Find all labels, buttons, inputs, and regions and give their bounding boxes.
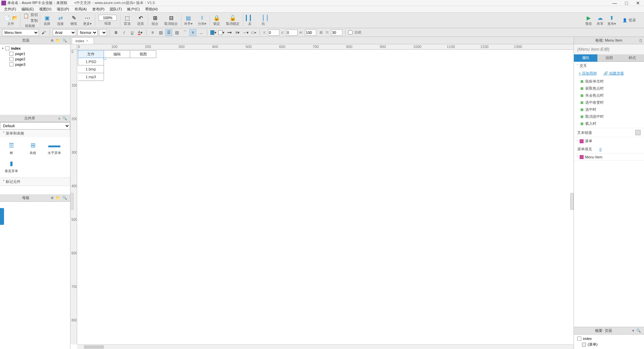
y-input[interactable] [286,30,298,36]
library-select[interactable]: Default [0,122,70,130]
tab-properties[interactable]: 属性 [574,54,597,62]
menu-team[interactable]: 团队(T) [107,6,124,12]
ruler-horizontal[interactable]: 0100200300400500600700800900100011001200… [77,44,574,50]
lock-icon[interactable]: 🔒 [213,14,221,21]
w-input[interactable] [305,30,316,36]
canvas-scrollbar[interactable] [77,344,574,349]
add-case-link[interactable]: + 添加用例 [579,71,597,76]
section-interactions[interactable]: ˅交互 [574,62,644,69]
page-node-index[interactable]: ▾index [0,46,70,51]
line-width-button[interactable]: ━▾ [226,29,233,36]
underline-button[interactable]: U [129,29,136,36]
close-tab-icon[interactable]: × [86,39,88,43]
menu-padding-value[interactable]: 0 [599,147,601,151]
unlock-icon[interactable]: 🔓 [229,14,237,21]
select-icon[interactable]: ▣ [43,14,51,21]
event-失去焦点时[interactable]: 失去焦点时 [574,92,644,99]
menu-arrange[interactable]: 布局(A) [72,6,90,12]
menu-edit[interactable]: 编辑(E) [19,6,37,12]
add-master-icon[interactable]: ⊕ [50,196,55,200]
inspector-menu-icon[interactable]: 🗋 [639,39,643,43]
lib-section-markup[interactable]: ˅ 标记元件 [0,178,70,186]
minimize-button[interactable]: — [612,0,617,6]
master-folder-icon[interactable]: 📁 [55,196,61,200]
corner-button[interactable]: ⬭▾ [250,29,257,36]
close-button[interactable]: ✕ [636,0,640,6]
font-size-select[interactable]: 13 [99,29,107,36]
lock-aspect-icon[interactable]: ⊟ [318,29,324,36]
distribute-icon[interactable]: ⦀ [198,14,206,21]
open-file-icon[interactable]: 📂 [11,14,18,21]
cut-label[interactable]: 剪切 [31,12,38,17]
event-选中改变时[interactable]: 选中改变时 [574,99,644,106]
menu-help[interactable]: 帮助(H) [143,6,160,12]
font-weight-select[interactable]: Normal [77,29,98,36]
canvas[interactable]: 文件 编辑 视图 1.PSD 1.bmp 1.mp3 [77,50,574,344]
tab-index[interactable]: index× [72,37,94,44]
align-center-button[interactable]: ☰ [165,29,172,36]
line-style-button[interactable]: ≡▾ [234,29,241,36]
share-button[interactable]: ☁共享 [596,14,604,26]
align-left-icon[interactable]: ▎▎ [246,14,254,21]
bold-button[interactable]: B [113,29,119,36]
search-icon[interactable]: 🔍 [61,38,68,43]
text-link-button[interactable] [635,130,641,135]
italic-button[interactable]: I [121,29,127,36]
outline-item-index[interactable]: index [574,336,644,341]
event-取消选中时[interactable]: 取消选中时 [574,113,644,120]
back-icon[interactable]: ↶ [137,14,145,21]
menu-widget[interactable]: 文件 编辑 视图 1.PSD 1.bmp 1.mp3 [78,50,156,81]
maximize-button[interactable]: □ [625,0,628,6]
widget-type-select[interactable]: Menu Item [2,29,39,36]
menu-project[interactable]: 项目(P) [54,6,72,12]
lib-item-hmenu[interactable]: ▬▬水平菜单 [44,140,64,157]
tab-style[interactable]: 样式 [621,54,644,62]
login-button[interactable]: 👤登录 [619,17,639,23]
publish-button[interactable]: ⬆发布▾ [607,14,616,26]
page-node-page3[interactable]: page3 [0,62,70,67]
outline-item-menu[interactable]: (菜单) [574,341,644,348]
side-tab-handle[interactable] [0,208,4,225]
menu-account[interactable]: 账户(C) [124,6,142,12]
pen-icon[interactable]: ✎ [70,14,78,21]
zoom-input[interactable] [99,15,117,21]
event-选中时[interactable]: 选中时 [574,106,644,113]
valign-bottom-button[interactable]: ⎵ [198,29,204,36]
h-input[interactable] [331,30,342,36]
right-collapse-handle[interactable] [570,193,574,210]
menu-widget-item-psd[interactable]: 1.PSD [78,58,104,65]
align-left-button[interactable]: ▤ [157,29,164,36]
section-menu-item[interactable]: ˅Menu Item [574,154,644,160]
more-icon[interactable]: ⋯ [84,14,92,21]
line-color-button[interactable]: ▾ [218,29,225,36]
ungroup-icon[interactable]: ⊟ [167,14,175,21]
page-node-page2[interactable]: page2 [0,56,70,62]
align-icon[interactable]: ▤ [184,14,193,21]
lib-section-menus[interactable]: ˅ 菜单和表格 [0,130,70,137]
menu-widget-item-bmp[interactable]: 1.bmp [78,65,104,73]
left-collapse-handle[interactable] [70,193,73,210]
top-icon[interactable]: ⬚ [123,14,131,21]
valign-middle-button[interactable]: ≡ [190,29,196,36]
font-select[interactable]: Arial [53,29,76,36]
page-node-page1[interactable]: page1 [0,51,70,56]
paint-format-icon[interactable]: 🖌 [40,29,47,36]
lib-item-table[interactable]: ⊞表格 [23,140,43,157]
menu-widget-view[interactable]: 视图 [130,50,156,58]
lib-item-tree[interactable]: ☰树 [1,140,21,157]
section-menu[interactable]: ˅菜单 [574,137,644,145]
menu-view[interactable]: 视图(V) [37,6,54,12]
event-获取焦点时[interactable]: 获取焦点时 [574,85,644,92]
group-icon[interactable]: ⊞ [151,14,159,21]
text-color-button[interactable]: A▾ [137,29,144,36]
widget-name-field[interactable]: (Menu Item名称) [574,44,644,54]
add-folder-icon[interactable]: 📁 [55,38,61,43]
menu-widget-edit[interactable]: 编辑 [104,50,130,58]
connect-icon[interactable]: ⇄ [56,14,64,21]
align-right-icon[interactable]: ▕▕ [259,14,267,21]
event-鼠标单击时[interactable]: 鼠标单击时 [574,78,644,85]
preview-button[interactable]: ▶预览 [585,14,593,26]
menu-publish[interactable]: 发布(P) [90,6,107,12]
bullets-button[interactable]: ≡ [149,29,156,36]
add-page-icon[interactable]: ⊕ [50,38,55,43]
